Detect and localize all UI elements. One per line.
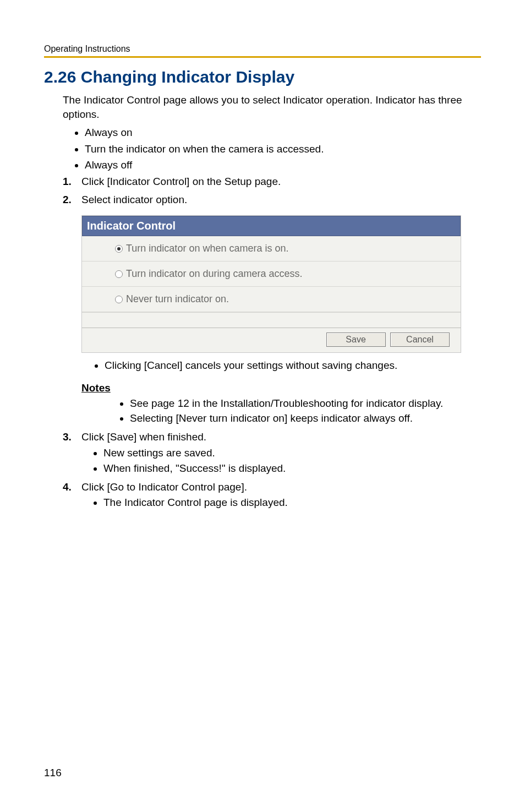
indicator-control-screenshot: Indicator Control Turn indicator on when… bbox=[81, 215, 461, 353]
section-heading: 2.26 Changing Indicator Display bbox=[44, 68, 481, 86]
header-area: Operating Instructions bbox=[44, 44, 481, 58]
intro-text: The Indicator Control page allows you to… bbox=[63, 93, 481, 121]
list-item: New settings are saved. bbox=[103, 445, 481, 461]
radio-label: Turn indicator on during camera access. bbox=[126, 268, 302, 280]
step-number: 3. bbox=[63, 429, 81, 476]
list-item: When finished, "Success!" is displayed. bbox=[103, 461, 481, 477]
save-button[interactable]: Save bbox=[326, 333, 386, 347]
radio-icon bbox=[115, 270, 123, 278]
list-item: See page 12 in the Installation/Troubles… bbox=[130, 396, 481, 411]
step-number: 1. bbox=[63, 173, 81, 189]
step-2: 2. Select indicator option. bbox=[63, 192, 481, 208]
options-summary-list: Always on Turn the indicator on when the… bbox=[85, 124, 481, 173]
radio-option-on-when-camera-on[interactable]: Turn indicator on when camera is on. bbox=[82, 236, 461, 261]
panel-title: Indicator Control bbox=[82, 216, 461, 236]
radio-option-never-on[interactable]: Never turn indicator on. bbox=[82, 287, 461, 312]
header-label: Operating Instructions bbox=[44, 44, 130, 53]
radio-label: Never turn indicator on. bbox=[126, 293, 229, 305]
radio-icon bbox=[115, 245, 123, 253]
notes-heading: Notes bbox=[81, 382, 481, 394]
step-text: Click [Go to Indicator Control page]. bbox=[81, 481, 247, 493]
page-number: 116 bbox=[44, 767, 62, 779]
cancel-button[interactable]: Cancel bbox=[390, 333, 450, 347]
radio-icon bbox=[115, 296, 123, 303]
step-number: 2. bbox=[63, 192, 81, 208]
step-text: Select indicator option. bbox=[81, 192, 187, 208]
panel-button-row: Save Cancel bbox=[82, 328, 461, 352]
list-item: The Indicator Control page is displayed. bbox=[103, 495, 481, 511]
list-item: Clicking [Cancel] cancels your settings … bbox=[105, 358, 481, 373]
step-4: 4. Click [Go to Indicator Control page].… bbox=[63, 479, 481, 511]
step-3: 3. Click [Save] when finished. New setti… bbox=[63, 429, 481, 476]
step-1: 1. Click [Indicator Control] on the Setu… bbox=[63, 173, 481, 189]
step-number: 4. bbox=[63, 479, 81, 511]
list-item: Selecting [Never turn indicator on] keep… bbox=[130, 411, 481, 426]
step-text: Click [Indicator Control] on the Setup p… bbox=[81, 173, 281, 189]
panel-divider bbox=[82, 312, 461, 328]
list-item: Always on bbox=[85, 124, 481, 140]
notes-list: See page 12 in the Installation/Troubles… bbox=[130, 396, 481, 426]
radio-label: Turn indicator on when camera is on. bbox=[126, 243, 288, 254]
list-item: Always off bbox=[85, 157, 481, 173]
step-text: Click [Save] when finished. bbox=[81, 431, 206, 443]
list-item: Turn the indicator on when the camera is… bbox=[85, 141, 481, 157]
radio-option-on-during-access[interactable]: Turn indicator on during camera access. bbox=[82, 261, 461, 287]
